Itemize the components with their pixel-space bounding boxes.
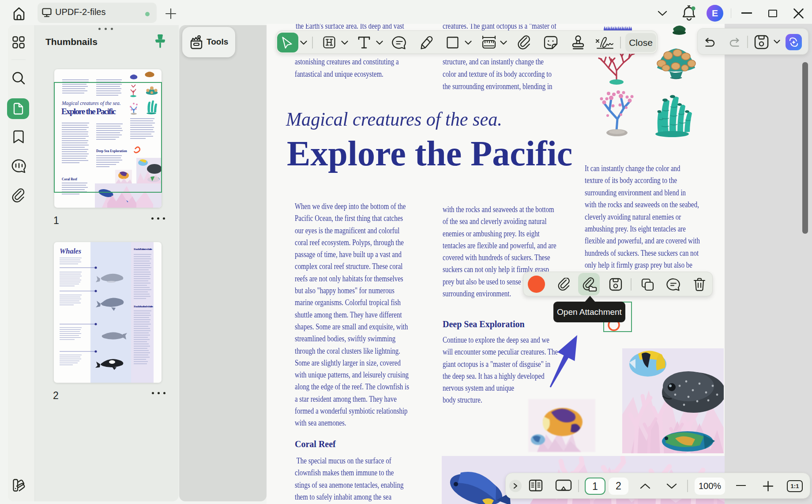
svg-text:Food of baleen whales: Food of baleen whales (134, 247, 152, 251)
svg-text:Whales: Whales (60, 247, 81, 255)
svg-text:Food of toothed whales: Food of toothed whales (134, 305, 153, 308)
